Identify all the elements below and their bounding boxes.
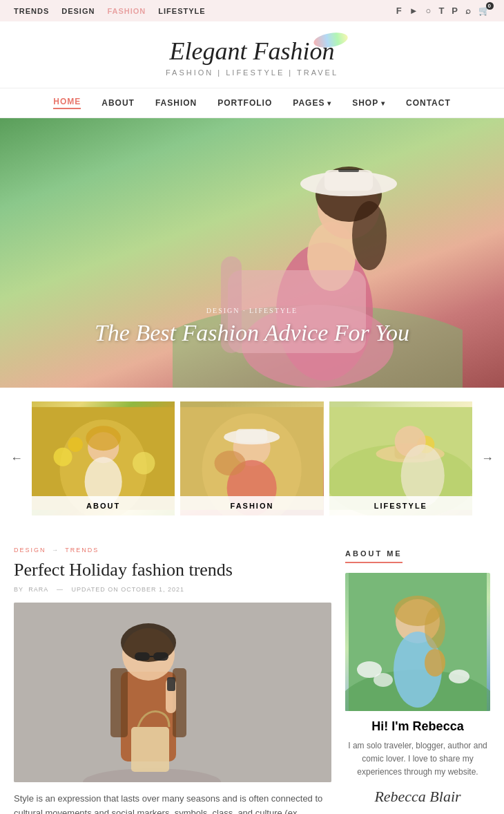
svg-point-19 <box>86 426 120 451</box>
blog-sidebar: ABOUT ME Hi! I'm Rebecca I am sol <box>345 547 490 814</box>
post-title: Perfect Holiday fashion trends <box>14 559 331 580</box>
nav-about[interactable]: ABOUT <box>101 98 135 108</box>
top-bar: TRENDS DESIGN FAshion LIFESTYLE f ► ○ t … <box>0 0 504 21</box>
post-author: RARA <box>28 586 48 593</box>
about-me-title: ABOUT ME <box>345 549 403 563</box>
instagram-icon[interactable]: ○ <box>426 6 432 16</box>
post-meta: BY RARA — UPDATED ON OCTOBER 1, 2021 <box>14 586 331 593</box>
svg-rect-42 <box>153 652 168 661</box>
nav-pages[interactable]: PAGES <box>293 98 331 108</box>
cat-lifestyle-label: LIFESTYLE <box>329 496 472 515</box>
svg-point-16 <box>133 452 155 474</box>
post-image <box>14 603 331 782</box>
cat-fashion-label: FASHION <box>180 496 323 515</box>
svg-point-6 <box>352 201 387 270</box>
svg-rect-25 <box>236 429 267 443</box>
post-image-graphic <box>14 603 331 782</box>
svg-rect-41 <box>135 652 150 661</box>
logo-subtitle: FASHION | LIFESTYLE | TRAVEL <box>0 68 504 77</box>
about-me-description: I am solo traveler, blogger, author and … <box>345 739 490 779</box>
post-excerpt: Style is an expression that lasts over m… <box>14 792 331 814</box>
svg-rect-38 <box>131 727 169 772</box>
svg-rect-8 <box>324 170 373 191</box>
logo-area: Elegant Fashion FASHION | LIFESTYLE | TR… <box>0 21 504 88</box>
post-updated: UPDATED ON OCTOBER 1, 2021 <box>71 586 184 593</box>
about-me-image <box>345 573 490 711</box>
logo-decoration: Elegant Fashion <box>170 37 335 66</box>
hero-title: The Best Fashion Advice For You <box>0 320 504 346</box>
nav-contact[interactable]: CONTACT <box>406 98 451 108</box>
svg-rect-47 <box>167 677 175 691</box>
top-nav: TRENDS DESIGN FAshion LIFESTYLE <box>14 7 206 15</box>
search-icon[interactable]: ⌕ <box>465 6 472 16</box>
hero-figure <box>173 118 463 388</box>
slider-next[interactable]: → <box>478 448 497 469</box>
top-nav-trends[interactable]: TRENDS <box>14 7 49 15</box>
youtube-icon[interactable]: ► <box>409 6 419 16</box>
svg-point-15 <box>68 437 83 452</box>
svg-point-26 <box>215 451 246 475</box>
cat-item-fashion[interactable]: FASHION <box>180 401 323 515</box>
nav-shop[interactable]: SHOP <box>352 98 385 108</box>
svg-point-14 <box>54 448 72 466</box>
svg-point-51 <box>449 670 469 683</box>
top-nav-fashion[interactable]: FAshion <box>107 7 146 15</box>
top-nav-design[interactable]: DESIGN <box>61 7 95 15</box>
top-nav-lifestyle[interactable]: LIFESTYLE <box>158 7 205 15</box>
cat-item-lifestyle[interactable]: LIFESTYLE <box>329 401 472 515</box>
category-items: ABOUT FASHION <box>32 401 472 515</box>
facebook-icon[interactable]: f <box>396 6 403 16</box>
blog-main: DESIGN → TRENDS Perfect Holiday fashion … <box>14 547 331 814</box>
top-social-icons: f ► ○ t p ⌕ 🛒0 <box>396 6 490 16</box>
pinterest-icon[interactable]: p <box>452 6 458 16</box>
cart-icon[interactable]: 🛒0 <box>478 6 490 16</box>
nav-fashion[interactable]: FASHION <box>155 98 197 108</box>
about-image-graphic <box>345 573 490 711</box>
twitter-icon[interactable]: t <box>438 6 445 16</box>
blog-section: DESIGN → TRENDS Perfect Holiday fashion … <box>0 529 504 814</box>
about-me-signature: Rebecca Blair <box>345 788 490 806</box>
nav-portfolio[interactable]: PORTFOLIO <box>217 98 272 108</box>
nav-home[interactable]: HOME <box>53 97 81 109</box>
svg-point-56 <box>425 607 445 649</box>
logo-title[interactable]: Elegant Fashion <box>170 37 335 66</box>
cat-item-about[interactable]: ABOUT <box>32 401 175 515</box>
hero-categories: DESIGN · LIFESTYLE <box>0 307 504 314</box>
category-slider: ← ABOUT <box>0 388 504 529</box>
slider-prev[interactable]: ← <box>7 448 26 469</box>
hero-section: DESIGN · LIFESTYLE The Best Fashion Advi… <box>0 118 504 388</box>
cat-about-label: ABOUT <box>32 496 175 515</box>
svg-point-57 <box>425 649 445 676</box>
about-me-name: Hi! I'm Rebecca <box>345 719 490 734</box>
main-nav: HOME ABOUT FASHION PORTFOLIO PAGES SHOP … <box>0 88 504 118</box>
svg-point-52 <box>374 673 393 687</box>
post-categories: DESIGN → TRENDS <box>14 547 331 553</box>
svg-rect-9 <box>338 169 359 172</box>
hero-overlay: DESIGN · LIFESTYLE The Best Fashion Advi… <box>0 307 504 346</box>
svg-rect-44 <box>110 668 128 737</box>
